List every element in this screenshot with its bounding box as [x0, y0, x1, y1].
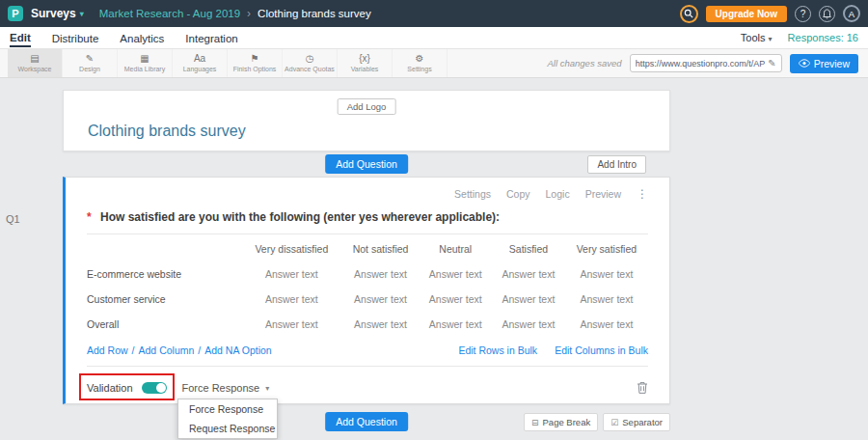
user-avatar[interactable]: A	[843, 5, 860, 22]
row-column-links: Add Row/Add Column/Add NA Option	[87, 344, 272, 356]
page-break-button[interactable]: ⊟ Page Break	[524, 413, 598, 431]
matrix-column-header[interactable]: Neutral	[419, 236, 492, 261]
survey-url-input[interactable]	[636, 59, 766, 69]
toolbar-item-workspace[interactable]: ▤ Workspace	[8, 49, 63, 77]
matrix-column-header[interactable]: Not satisfied	[342, 236, 420, 261]
search-icon	[684, 9, 693, 18]
toolbar-item-design[interactable]: ✎ Design	[63, 49, 118, 77]
preview-button[interactable]: Preview	[790, 54, 858, 73]
question-text-row: * How satisfied are you with the followi…	[87, 210, 648, 224]
tools-menu[interactable]: Tools ▾	[741, 32, 773, 43]
workspace-icon: ▤	[30, 54, 39, 65]
save-status: All changes saved	[548, 58, 622, 69]
question-copy-link[interactable]: Copy	[506, 188, 530, 200]
response-type-dropdown[interactable]: Force Response ▾	[182, 382, 270, 394]
answer-cell[interactable]: Answer text	[492, 287, 565, 312]
answer-cell[interactable]: Answer text	[565, 312, 648, 337]
main-nav: Edit Distribute Analytics Integration To…	[0, 27, 868, 49]
notifications-button[interactable]	[819, 6, 835, 22]
toolbar-item-languages[interactable]: Aa Languages	[173, 49, 228, 77]
edit-url-icon[interactable]: ✎	[768, 58, 775, 69]
matrix-row-label[interactable]: E-commerce website	[87, 261, 241, 287]
required-marker: *	[87, 210, 92, 224]
toolbar-item-advance-quotas[interactable]: ◷ Advance Quotas	[283, 49, 338, 77]
answer-cell[interactable]: Answer text	[565, 287, 648, 312]
question-logic-link[interactable]: Logic	[546, 188, 570, 200]
menu-item-request-response[interactable]: Request Response	[178, 419, 277, 438]
answer-cell[interactable]: Answer text	[419, 312, 492, 337]
help-button[interactable]: ?	[795, 6, 811, 22]
menu-item-force-response[interactable]: Force Response	[178, 399, 277, 419]
add-na-option-link[interactable]: Add NA Option	[204, 344, 271, 356]
edit-columns-in-bulk-link[interactable]: Edit Columns in Bulk	[555, 344, 648, 356]
surveys-menu[interactable]: Surveys ▾	[31, 7, 84, 20]
upgrade-now-button[interactable]: Upgrade Now	[706, 6, 787, 22]
add-row-link[interactable]: Add Row	[87, 344, 128, 356]
response-type-value: Force Response	[182, 382, 260, 394]
answer-cell[interactable]: Answer text	[565, 261, 648, 287]
answer-cell[interactable]: Answer text	[419, 287, 492, 312]
question-card: Settings Copy Logic Preview ⋮ * How sati…	[63, 177, 670, 404]
survey-url-box: ✎	[630, 54, 782, 72]
tab-integration[interactable]: Integration	[185, 30, 237, 46]
matrix-row-label[interactable]: Customer service	[87, 287, 241, 312]
answer-cell[interactable]: Answer text	[241, 261, 342, 287]
toolbar-item-settings[interactable]: ⚙ Settings	[393, 49, 448, 77]
bell-icon	[823, 9, 831, 19]
matrix-column-header[interactable]: Very satisfied	[565, 236, 648, 261]
advance-quotas-icon: ◷	[306, 54, 314, 65]
question-preview-link[interactable]: Preview	[585, 188, 621, 200]
topbar-actions: Upgrade Now ? A	[680, 5, 860, 23]
languages-icon: Aa	[194, 54, 205, 65]
responses-count[interactable]: Responses: 16	[788, 32, 858, 43]
add-intro-button[interactable]: Add Intro	[587, 155, 646, 174]
variables-icon: {x}	[359, 54, 370, 65]
toolbar-item-finish-options[interactable]: ⚑ Finish Options	[228, 49, 283, 77]
delete-question-button[interactable]	[637, 381, 648, 395]
nav-right: Tools ▾ Responses: 16	[741, 32, 858, 43]
question-settings-link[interactable]: Settings	[454, 188, 491, 200]
gear-icon: ⚙	[416, 54, 424, 65]
eye-icon	[799, 59, 810, 68]
validation-toggle[interactable]	[142, 382, 167, 394]
survey-title[interactable]: Clothing brands survey	[88, 123, 246, 140]
answer-cell[interactable]: Answer text	[241, 287, 342, 312]
editor-toolbar: ▤ Workspace ✎ Design ▦ Media Library Aa …	[0, 49, 868, 78]
edit-rows-in-bulk-link[interactable]: Edit Rows in Bulk	[458, 344, 537, 356]
answer-cell[interactable]: Answer text	[492, 261, 565, 287]
add-question-button-top[interactable]: Add Question	[325, 154, 408, 174]
matrix-corner	[87, 236, 241, 261]
surveys-menu-label: Surveys	[31, 7, 76, 20]
add-column-link[interactable]: Add Column	[139, 344, 195, 356]
answer-cell[interactable]: Answer text	[342, 287, 420, 312]
validation-label: Validation	[87, 382, 133, 394]
toolbar-item-variables[interactable]: {x} Variables	[338, 49, 393, 77]
more-options-icon[interactable]: ⋮	[637, 187, 648, 201]
search-button[interactable]	[680, 5, 698, 23]
chevron-down-icon: ▾	[80, 10, 84, 18]
matrix-column-header[interactable]: Satisfied	[492, 236, 565, 261]
answer-cell[interactable]: Answer text	[492, 312, 565, 337]
answer-cell[interactable]: Answer text	[342, 261, 420, 287]
answer-cell[interactable]: Answer text	[241, 312, 342, 337]
tab-analytics[interactable]: Analytics	[120, 30, 164, 46]
link-separator: /	[132, 344, 135, 356]
matrix-column-header[interactable]: Very dissatisfied	[241, 236, 342, 261]
add-question-button-bottom[interactable]: Add Question	[325, 412, 408, 431]
breadcrumb-folder[interactable]: Market Research - Aug 2019	[99, 8, 240, 19]
matrix-row-label[interactable]: Overall	[87, 312, 241, 337]
answer-cell[interactable]: Answer text	[419, 261, 492, 287]
tab-distribute[interactable]: Distribute	[52, 30, 99, 46]
table-row: E-commerce website Answer text Answer te…	[87, 261, 648, 287]
tab-edit[interactable]: Edit	[10, 29, 31, 47]
page-break-icon: ⊟	[531, 418, 539, 427]
breadcrumb: Market Research - Aug 2019 › Clothing br…	[99, 7, 371, 20]
question-text[interactable]: How satisfied are you with the following…	[100, 210, 500, 224]
add-logo-button[interactable]: Add Logo	[338, 98, 396, 115]
answer-cell[interactable]: Answer text	[342, 312, 420, 337]
questionpro-logo[interactable]: P	[8, 6, 23, 21]
separator-button[interactable]: ☑ Separator	[603, 413, 670, 431]
toolbar-item-media-library[interactable]: ▦ Media Library	[118, 49, 173, 77]
validation-row: Validation Force Response ▾	[87, 376, 648, 399]
table-row: Customer service Answer text Answer text…	[87, 287, 648, 312]
